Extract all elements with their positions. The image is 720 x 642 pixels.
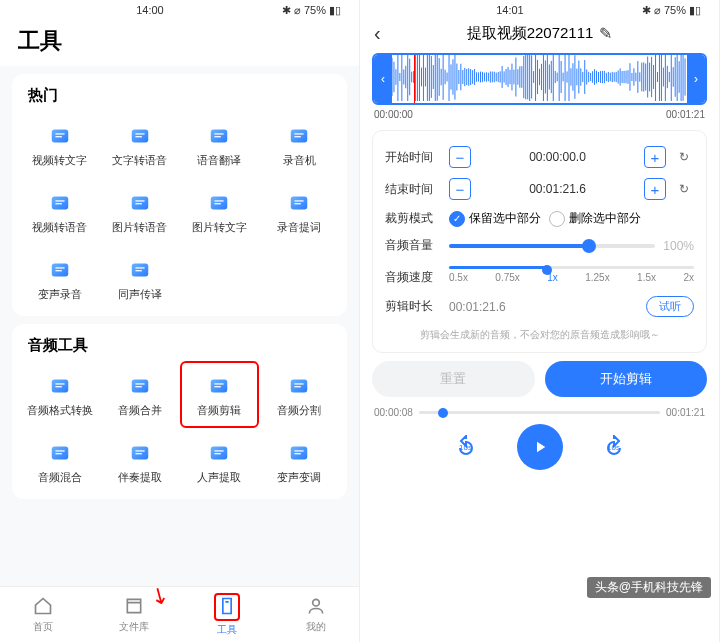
end-minus-button[interactable]: − (449, 178, 471, 200)
radio-remove[interactable]: 删除选中部分 (549, 210, 641, 227)
radio-keep[interactable]: ✓保留选中部分 (449, 210, 541, 227)
duration-value: 00:01:21.6 (449, 300, 506, 314)
tab-0[interactable]: 首页 (33, 596, 53, 634)
svg-rect-38 (215, 386, 221, 387)
svg-rect-25 (55, 267, 64, 268)
tool-audio-split[interactable]: 音频分割 (259, 361, 339, 428)
status-bar: 14:01 ✱ ⌀ 75% ▮▯ (360, 0, 719, 20)
tab-label: 首页 (33, 620, 53, 634)
phone-left: 14:00 ✱ ⌀ 75% ▮▯ 工具 热门视频转文字文字转语音语音翻译录音机视… (0, 0, 360, 642)
speed-label: 音频速度 (385, 269, 441, 286)
end-reset-icon[interactable]: ↻ (674, 179, 694, 199)
tool-audio-merge[interactable]: 音频合并 (100, 361, 180, 428)
tab-3[interactable]: 我的 (306, 596, 326, 634)
play-pos: 00:00:08 (374, 407, 413, 418)
speed-1x[interactable]: 1x (547, 272, 558, 283)
wave-next-button[interactable]: › (687, 55, 705, 103)
extract-vocal-icon (202, 436, 236, 470)
volume-row: 音频音量 100% (385, 232, 694, 259)
start-trim-button[interactable]: 开始剪辑 (545, 361, 708, 397)
speed-1.5x[interactable]: 1.5x (637, 272, 656, 283)
start-time-value[interactable]: 00:00:00.0 (479, 150, 636, 164)
waveform[interactable]: ‹ › (372, 53, 707, 105)
speed-2x[interactable]: 2x (683, 272, 694, 283)
tool-extract-vocal[interactable]: 人声提取 (180, 428, 260, 495)
playback-progress[interactable] (419, 411, 660, 414)
tool-label: 语音翻译 (197, 153, 241, 168)
page-title: 工具 (0, 20, 359, 66)
interpret-icon (123, 253, 157, 287)
tool-label: 同声传译 (118, 287, 162, 302)
speed-picker[interactable]: 0.5x0.75x1x1.25x1.5x2x (449, 272, 694, 283)
play-button[interactable] (517, 424, 563, 470)
video-voice-icon (43, 186, 77, 220)
start-reset-icon[interactable]: ↻ (674, 147, 694, 167)
seek-fwd-button[interactable]: 10s (599, 435, 629, 459)
back-button[interactable]: ‹ (374, 22, 381, 45)
speed-0.5x[interactable]: 0.5x (449, 272, 468, 283)
record-teleprompt-icon (282, 186, 316, 220)
svg-rect-53 (295, 453, 301, 454)
end-time-value[interactable]: 00:01:21.6 (479, 182, 636, 196)
tool-video-text[interactable]: 视频转文字 (20, 111, 100, 178)
svg-rect-14 (55, 203, 61, 204)
svg-rect-35 (135, 386, 141, 387)
svg-rect-5 (135, 136, 141, 137)
tool-audio-mix[interactable]: 音频混合 (20, 428, 100, 495)
svg-rect-29 (135, 270, 141, 271)
seek-back-button[interactable]: 10s (451, 435, 481, 459)
tool-label: 变声变调 (277, 470, 321, 485)
tool-video-voice[interactable]: 视频转语音 (20, 178, 100, 245)
svg-rect-23 (295, 203, 301, 204)
start-minus-button[interactable]: − (449, 146, 471, 168)
phone-right: 14:01 ✱ ⌀ 75% ▮▯ ‹ 提取视频22072111 ✎ ‹ › 00… (360, 0, 720, 642)
tab-2[interactable]: 工具 (214, 593, 240, 637)
tool-interpret[interactable]: 同声传译 (100, 245, 180, 312)
tab-label: 我的 (306, 620, 326, 634)
duration-row: 剪辑时长 00:01:21.6 试听 (385, 291, 694, 322)
section-title: 热门 (20, 86, 339, 111)
tool-label: 音频混合 (38, 470, 82, 485)
tool-img-voice[interactable]: 图片转语音 (100, 178, 180, 245)
tool-recorder[interactable]: 录音机 (259, 111, 339, 178)
editor-header: ‹ 提取视频22072111 ✎ (360, 20, 719, 51)
volume-slider[interactable] (449, 244, 655, 248)
speed-1.25x[interactable]: 1.25x (585, 272, 609, 283)
wave-prev-button[interactable]: ‹ (374, 55, 392, 103)
tool-label: 录音机 (283, 153, 316, 168)
volume-max: 100% (663, 239, 694, 253)
speed-row: 音频速度 0.5x0.75x1x1.25x1.5x2x (385, 259, 694, 291)
svg-rect-13 (55, 200, 64, 201)
reset-button[interactable]: 重置 (372, 361, 535, 397)
wave-start: 00:00:00 (374, 109, 413, 120)
translate-icon (202, 119, 236, 153)
wave-cursor[interactable] (414, 53, 415, 105)
tool-audio-convert[interactable]: 音频格式转换 (20, 361, 100, 428)
try-listen-button[interactable]: 试听 (646, 296, 694, 317)
svg-rect-52 (295, 450, 304, 451)
tool-img-text[interactable]: 图片转文字 (180, 178, 260, 245)
end-plus-button[interactable]: + (644, 178, 666, 200)
edit-title-icon[interactable]: ✎ (599, 24, 612, 43)
tab-label: 文件库 (119, 620, 149, 634)
tool-label: 图片转文字 (192, 220, 247, 235)
section-1: 音频工具音频格式转换音频合并音频剪辑音频分割音频混合伴奏提取人声提取变声变调 (12, 324, 347, 499)
tool-label: 音频剪辑 (197, 403, 241, 418)
tool-audio-trim[interactable]: 音频剪辑 (180, 361, 260, 428)
tool-translate[interactable]: 语音翻译 (180, 111, 260, 178)
start-plus-button[interactable]: + (644, 146, 666, 168)
svg-rect-47 (135, 453, 141, 454)
waveform-body[interactable] (392, 53, 687, 105)
tool-label: 音频格式转换 (27, 403, 93, 418)
tool-text-voice[interactable]: 文字转语音 (100, 111, 180, 178)
speed-0.75x[interactable]: 0.75x (495, 272, 519, 283)
end-time-label: 结束时间 (385, 181, 441, 198)
tab-icon (306, 596, 326, 618)
tool-pitch-shift[interactable]: 变声变调 (259, 428, 339, 495)
svg-rect-20 (215, 203, 221, 204)
tool-record-teleprompt[interactable]: 录音提词 (259, 178, 339, 245)
editor-title: 提取视频22072111 (467, 24, 594, 43)
tool-extract-accomp[interactable]: 伴奏提取 (100, 428, 180, 495)
tool-voice-change[interactable]: 变声录音 (20, 245, 100, 312)
svg-rect-4 (135, 133, 144, 134)
